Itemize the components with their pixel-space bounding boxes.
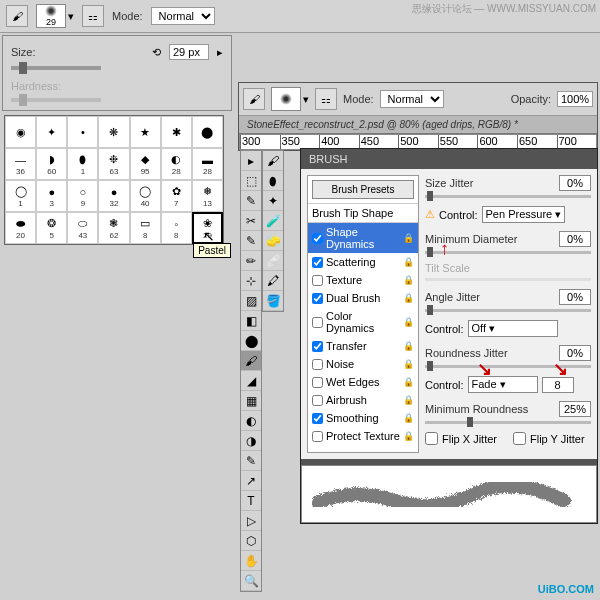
tool-button[interactable]: ⬚ [241,171,261,191]
brush-preset-cell[interactable]: ◯40 [130,180,161,212]
reset-icon[interactable]: ⟲ [152,46,161,59]
size-jitter-value[interactable]: 0% [559,175,591,191]
tool-button[interactable]: ▦ [241,391,261,411]
option-checkbox[interactable] [312,395,323,406]
brush-preset-cell[interactable]: ❅13 [192,180,223,212]
option-checkbox[interactable] [312,431,323,442]
tool-button[interactable]: ✦ [263,191,283,211]
brush-option-item[interactable]: Texture🔒 [308,271,418,289]
brush-preset-cell[interactable]: ●32 [98,180,129,212]
brush-option-item[interactable]: Noise🔒 [308,355,418,373]
brush-preset-cell[interactable]: ❃62 [98,212,129,244]
tool-button[interactable]: ◢ [241,371,261,391]
brush-option-item[interactable]: Color Dynamics🔒 [308,307,418,337]
tool-button[interactable]: ⬮ [263,171,283,191]
tool-button[interactable]: ⬤ [241,331,261,351]
document-tab[interactable]: StoneEffect_reconstruct_2.psd @ 80% (age… [239,116,597,134]
brush-preset-cell[interactable]: ✦ [36,116,67,148]
brush-preset-cell[interactable]: ◐28 [161,148,192,180]
brush-preset-cell[interactable]: ●3 [36,180,67,212]
tool-button[interactable]: ◐ [241,411,261,431]
angle-jitter-value[interactable]: 0% [559,289,591,305]
flip-x-checkbox[interactable] [425,432,438,445]
play-icon[interactable]: ▸ [217,46,223,59]
min-diameter-slider[interactable] [425,251,591,254]
option-checkbox[interactable] [312,317,323,328]
tool-button[interactable]: ◑ [241,431,261,451]
option-checkbox[interactable] [312,341,323,352]
hardness-slider[interactable] [11,98,101,102]
brush-tool-icon[interactable]: 🖌 [6,5,28,27]
brush-preset-cell[interactable]: ◯1 [5,180,36,212]
tool-button[interactable]: ⬡ [241,531,261,551]
control-select-1[interactable]: Pen Pressure ▾ [482,206,566,223]
brush-preset-cell[interactable]: ❂5 [36,212,67,244]
option-checkbox[interactable] [312,359,323,370]
brush-presets-button[interactable]: Brush Presets [312,180,414,199]
brush-preset-cell[interactable]: • [67,116,98,148]
brush-preset-cell[interactable]: ◆95 [130,148,161,180]
option-checkbox[interactable] [312,413,323,424]
tool-button[interactable]: 🖍 [263,271,283,291]
tool-button[interactable]: ▨ [241,291,261,311]
tool-button[interactable]: ▸ [241,151,261,171]
tool-button[interactable]: ✋ [241,551,261,571]
brush-preset-cell[interactable]: ⬬20 [5,212,36,244]
brush-preset-picker[interactable]: 29 ▾ [36,4,74,28]
tool-button[interactable]: ↗ [241,471,261,491]
brush-option-item[interactable]: Transfer🔒 [308,337,418,355]
brush-preset-cell[interactable]: ⬮1 [67,148,98,180]
brush-preset-cell[interactable]: ❀29Pastel↖ [192,212,223,244]
brush-preset-cell[interactable]: ✱ [161,116,192,148]
brush-preset-cell[interactable]: ◉ [5,116,36,148]
brush-tab[interactable]: BRUSH [301,149,356,169]
tool-button[interactable]: ✏ [241,251,261,271]
brush-option-item[interactable]: Airbrush🔒 [308,391,418,409]
mode-select-2[interactable]: Normal [380,90,444,108]
tool-button[interactable]: ✂ [241,211,261,231]
brush-preset-cell[interactable]: —36 [5,148,36,180]
brush-option-item[interactable]: Smoothing🔒 [308,409,418,427]
brush-preset-cell[interactable]: ◗60 [36,148,67,180]
brush-option-item[interactable]: Shape Dynamics🔒 [308,223,418,253]
brush-option-item[interactable]: Dual Brush🔒 [308,289,418,307]
brush-preset-cell[interactable]: ▭8 [130,212,161,244]
option-checkbox[interactable] [312,275,323,286]
brush-preset-cell[interactable]: ✿7 [161,180,192,212]
option-checkbox[interactable] [312,257,323,268]
tool-button[interactable]: 🔍 [241,571,261,591]
tool-button[interactable]: 🖌 [241,351,261,371]
brush-option-item[interactable]: Wet Edges🔒 [308,373,418,391]
mode-select[interactable]: Normal [151,7,215,25]
brush-tip-shape-item[interactable]: Brush Tip Shape [308,203,418,223]
opacity-input[interactable] [557,91,593,107]
size-input[interactable] [169,44,209,60]
brush-panel-toggle-icon[interactable]: ⚏ [82,5,104,27]
brush-preset-cell[interactable]: ⬤ [192,116,223,148]
brush-panel-icon[interactable]: ⚏ [315,88,337,110]
brush-option-item[interactable]: Protect Texture🔒 [308,427,418,445]
brush-preset-cell[interactable]: ❋ [98,116,129,148]
brush-option-item[interactable]: Scattering🔒 [308,253,418,271]
tool-button[interactable]: ▷ [241,511,261,531]
tool-button[interactable]: ◧ [241,311,261,331]
tool-button[interactable]: 🧪 [263,211,283,231]
tool-button[interactable]: T [241,491,261,511]
size-jitter-slider[interactable] [425,195,591,198]
brush-preset-cell[interactable]: ⬭43 [67,212,98,244]
option-checkbox[interactable] [312,233,323,244]
angle-jitter-slider[interactable] [425,309,591,312]
flip-y-checkbox[interactable] [513,432,526,445]
tool-button[interactable]: 🧽 [263,231,283,251]
min-roundness-slider[interactable] [425,421,591,424]
brush-tool-icon[interactable]: 🖌 [243,88,265,110]
control-select-2[interactable]: Off ▾ [468,320,558,337]
tool-button[interactable]: 🖌 [263,151,283,171]
tool-button[interactable]: ⊹ [241,271,261,291]
brush-preset-cell[interactable]: ❉63 [98,148,129,180]
option-checkbox[interactable] [312,293,323,304]
brush-preset-cell[interactable]: ○9 [67,180,98,212]
tool-button[interactable]: 🪣 [263,291,283,311]
tool-button[interactable]: ✎ [241,191,261,211]
tool-button[interactable]: ✎ [241,231,261,251]
